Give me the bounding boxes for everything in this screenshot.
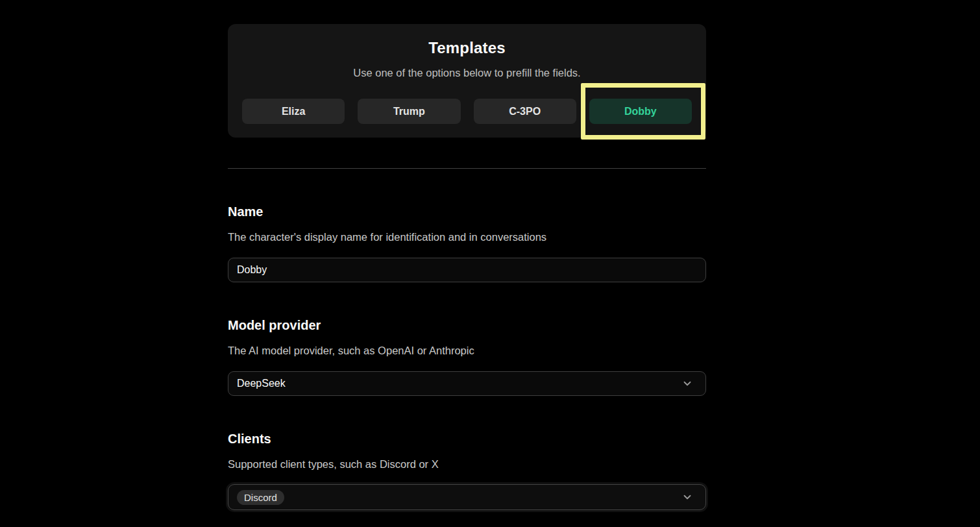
model-provider-selected-value: DeepSeek (237, 378, 286, 389)
model-provider-select[interactable]: DeepSeek (228, 371, 706, 396)
chevron-down-icon (681, 378, 693, 389)
template-button-dobby[interactable]: Dobby (589, 99, 692, 124)
section-divider (228, 168, 706, 169)
client-tag-discord[interactable]: Discord (237, 490, 284, 505)
templates-subtitle: Use one of the options below to prefill … (242, 66, 692, 80)
clients-multiselect[interactable]: Discord (228, 484, 706, 510)
template-button-eliza[interactable]: Eliza (242, 99, 345, 124)
model-provider-description: The AI model provider, such as OpenAI or… (228, 343, 706, 358)
name-field-description: The character's display name for identif… (228, 229, 706, 245)
clients-label: Clients (228, 430, 706, 447)
templates-title: Templates (242, 38, 692, 58)
template-button-c3po[interactable]: C-3PO (474, 99, 576, 124)
template-button-trump[interactable]: Trump (358, 99, 460, 124)
name-input[interactable] (228, 258, 706, 282)
name-field-label: Name (228, 203, 706, 220)
model-provider-label: Model provider (228, 317, 706, 334)
templates-button-row: Eliza Trump C-3PO Dobby (242, 99, 692, 124)
clients-description: Supported client types, such as Discord … (228, 456, 706, 472)
chevron-down-icon (681, 491, 693, 503)
templates-card: Templates Use one of the options below t… (228, 24, 706, 138)
page: Templates Use one of the options below t… (0, 0, 980, 527)
